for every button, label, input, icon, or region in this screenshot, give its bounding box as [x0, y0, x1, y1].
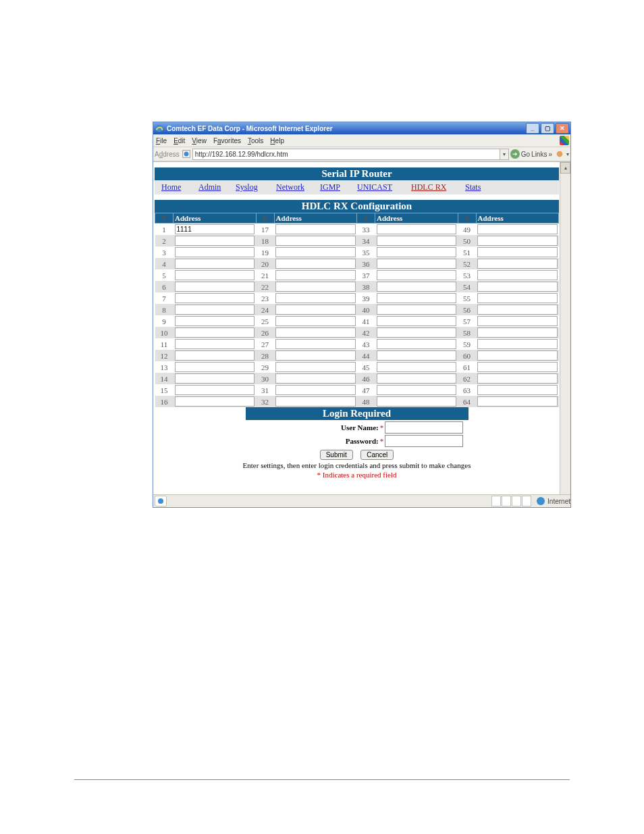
- table-row: 14304662: [155, 373, 559, 384]
- address-input-22[interactable]: [275, 282, 356, 292]
- address-input-10[interactable]: [175, 328, 255, 338]
- row-number: 8: [155, 304, 173, 315]
- address-input-16[interactable]: [175, 396, 255, 407]
- address-input-7[interactable]: [175, 293, 255, 303]
- address-input-1[interactable]: [175, 224, 255, 234]
- address-input-26[interactable]: [275, 328, 356, 338]
- nav-igmp[interactable]: IGMP: [320, 182, 357, 192]
- address-input-3[interactable]: [175, 247, 255, 257]
- address-input-60[interactable]: [477, 350, 558, 361]
- address-input-59[interactable]: [477, 339, 558, 349]
- address-input-63[interactable]: [477, 385, 558, 395]
- row-number: 23: [256, 292, 274, 304]
- address-input-21[interactable]: [275, 270, 356, 280]
- password-input[interactable]: [385, 435, 463, 447]
- address-input-28[interactable]: [275, 350, 356, 361]
- address-input-53[interactable]: [477, 270, 558, 280]
- minimize-button[interactable]: _: [526, 123, 539, 134]
- close-button[interactable]: ✕: [556, 123, 569, 134]
- nav-syslog[interactable]: Syslog: [236, 182, 276, 192]
- address-input-37[interactable]: [377, 270, 457, 280]
- address-input-9[interactable]: [175, 316, 255, 326]
- address-input-50[interactable]: [477, 236, 558, 246]
- submit-button[interactable]: Submit: [320, 450, 353, 460]
- address-input-38[interactable]: [377, 282, 457, 292]
- address-input-36[interactable]: [377, 259, 457, 269]
- nav-hdlc-rx[interactable]: HDLC RX: [411, 182, 465, 192]
- address-input-19[interactable]: [275, 247, 356, 257]
- address-input-5[interactable]: [175, 270, 255, 280]
- menu-edit[interactable]: Edit: [173, 137, 185, 145]
- maximize-button[interactable]: ▢: [541, 123, 554, 134]
- nav-unicast[interactable]: UNICAST: [357, 182, 411, 192]
- address-input-23[interactable]: [275, 293, 356, 303]
- menu-tools[interactable]: Tools: [248, 137, 263, 145]
- address-input-4[interactable]: [175, 259, 255, 269]
- address-input-54[interactable]: [477, 282, 558, 292]
- cancel-button[interactable]: Cancel: [360, 450, 394, 460]
- menu-help[interactable]: Help: [270, 137, 284, 145]
- menu-favorites[interactable]: Favorites: [213, 137, 241, 145]
- nav-network[interactable]: Network: [276, 182, 320, 192]
- address-input-52[interactable]: [477, 259, 558, 269]
- address-input-44[interactable]: [377, 350, 457, 361]
- address-input-64[interactable]: [477, 396, 558, 407]
- address-input-35[interactable]: [377, 247, 457, 257]
- address-input-48[interactable]: [377, 396, 457, 407]
- address-input-46[interactable]: [377, 373, 457, 384]
- table-row: 16324864: [155, 396, 559, 407]
- address-input-45[interactable]: [377, 362, 457, 372]
- scroll-up-icon[interactable]: ▴: [560, 162, 570, 174]
- address-input-27[interactable]: [275, 339, 356, 349]
- address-input-56[interactable]: [477, 305, 558, 315]
- links-chevron-icon[interactable]: »: [548, 151, 552, 158]
- toolbar-extra-icon[interactable]: [555, 149, 564, 159]
- address-input-32[interactable]: [275, 396, 356, 407]
- address-input-13[interactable]: [175, 362, 255, 372]
- row-number: 33: [357, 224, 375, 236]
- address-input-61[interactable]: [477, 362, 558, 372]
- url-input[interactable]: http://192.168.12.99/hdlcrx.htm: [192, 149, 500, 160]
- address-input-17[interactable]: [275, 224, 356, 234]
- address-input-31[interactable]: [275, 385, 356, 395]
- address-input-18[interactable]: [275, 236, 356, 246]
- address-input-34[interactable]: [377, 236, 457, 246]
- address-input-41[interactable]: [377, 316, 457, 326]
- address-input-11[interactable]: [175, 339, 255, 349]
- nav-stats[interactable]: Stats: [465, 182, 499, 192]
- address-input-42[interactable]: [377, 328, 457, 338]
- address-input-12[interactable]: [175, 350, 255, 361]
- address-input-58[interactable]: [477, 328, 558, 338]
- ie-app-icon: [155, 124, 164, 133]
- url-dropdown-icon[interactable]: ▾: [500, 149, 509, 160]
- links-label[interactable]: Links: [531, 151, 547, 158]
- address-input-25[interactable]: [275, 316, 356, 326]
- nav-admin[interactable]: Admin: [198, 182, 236, 192]
- address-input-14[interactable]: [175, 373, 255, 384]
- address-input-43[interactable]: [377, 339, 457, 349]
- address-input-29[interactable]: [275, 362, 356, 372]
- address-input-47[interactable]: [377, 385, 457, 395]
- go-icon[interactable]: ➔: [510, 149, 520, 159]
- address-input-49[interactable]: [477, 224, 558, 234]
- address-input-62[interactable]: [477, 373, 558, 384]
- address-input-20[interactable]: [275, 259, 356, 269]
- address-input-15[interactable]: [175, 385, 255, 395]
- address-input-39[interactable]: [377, 293, 457, 303]
- address-input-40[interactable]: [377, 305, 457, 315]
- address-input-55[interactable]: [477, 293, 558, 303]
- toolbar-extra-dropdown-icon[interactable]: ▾: [566, 151, 569, 157]
- address-input-6[interactable]: [175, 282, 255, 292]
- address-input-57[interactable]: [477, 316, 558, 326]
- address-input-33[interactable]: [377, 224, 457, 234]
- address-input-30[interactable]: [275, 373, 356, 384]
- menu-file[interactable]: File: [156, 137, 167, 145]
- address-input-51[interactable]: [477, 247, 558, 257]
- username-input[interactable]: [385, 421, 463, 434]
- address-input-2[interactable]: [175, 236, 255, 246]
- nav-home[interactable]: Home: [161, 182, 198, 192]
- menu-view[interactable]: View: [192, 137, 207, 145]
- scrollbar[interactable]: ▴: [560, 162, 570, 494]
- address-input-24[interactable]: [275, 305, 356, 315]
- address-input-8[interactable]: [175, 305, 255, 315]
